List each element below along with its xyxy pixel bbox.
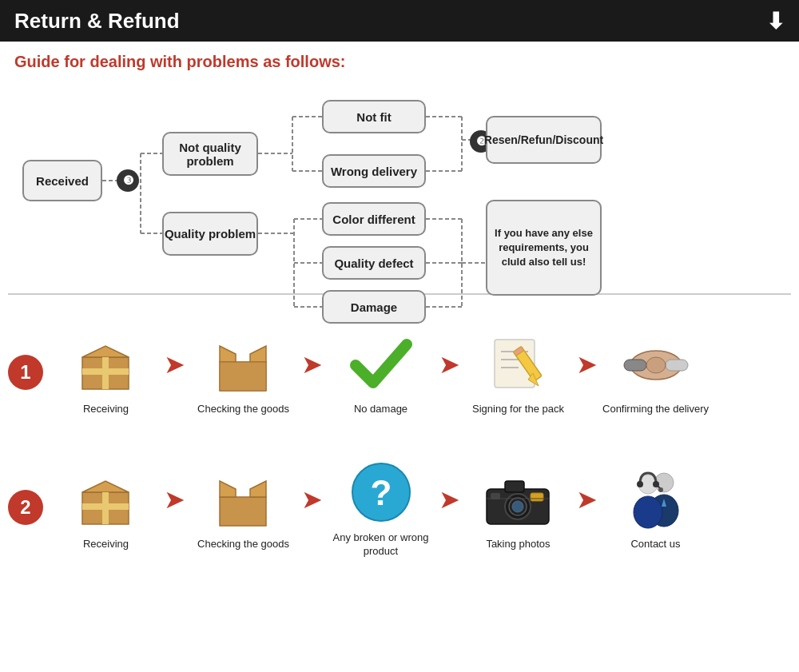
arrow-1: ➤ xyxy=(164,349,185,380)
step-2-label-broken: Any broken or wrong product xyxy=(323,531,439,559)
arrow-2: ➤ xyxy=(301,349,323,380)
arrow-3: ➤ xyxy=(439,349,460,380)
svg-rect-44 xyxy=(102,492,109,524)
step-1-item-receiving: Receiving xyxy=(48,328,164,416)
step-2-label-contact: Contact us xyxy=(630,538,680,551)
step-2-row: 2 Receiving ➤ xyxy=(8,441,791,573)
question-icon: ? xyxy=(341,456,421,528)
box-if-you-have: If you have any else requirements, you c… xyxy=(486,200,602,296)
arrow-7: ➤ xyxy=(439,484,460,515)
flowchart: ❸ ❷ Received Not quality problem Quality… xyxy=(14,84,781,288)
arrow-8: ➤ xyxy=(576,484,598,515)
arrow-4: ➤ xyxy=(576,349,598,380)
open-box-icon-2 xyxy=(204,463,284,535)
svg-marker-46 xyxy=(220,481,236,497)
box-not-quality: Not quality problem xyxy=(162,132,258,176)
main-container: Return & Refund ⬇ Guide for dealing with… xyxy=(0,0,799,672)
step-1-label-receiving: Receiving xyxy=(83,403,129,416)
step-1-item-signing: Signing for the pack xyxy=(460,328,576,416)
box-not-fit: Not fit xyxy=(322,100,426,133)
svg-point-62 xyxy=(637,481,643,487)
svg-marker-47 xyxy=(250,481,266,497)
box-damage: Damage xyxy=(322,290,426,324)
step-1-label-nodamage: No damage xyxy=(354,403,407,416)
step-1-label-confirming: Confirming the delivery xyxy=(602,403,709,416)
svg-marker-42 xyxy=(82,481,129,492)
step-2-item-broken: ? Any broken or wrong product xyxy=(323,456,439,559)
arrow-6: ➤ xyxy=(301,484,323,515)
step-2-item-contact: Contact us xyxy=(598,463,714,551)
step-2-label-receiving: Receiving xyxy=(83,538,129,551)
camera-icon xyxy=(479,463,559,535)
svg-point-40 xyxy=(646,357,666,373)
header: Return & Refund ⬇ xyxy=(0,0,799,42)
svg-point-54 xyxy=(512,501,523,512)
header-title: Return & Refund xyxy=(14,9,180,34)
box-quality: Quality problem xyxy=(162,212,258,256)
step-1-label-signing: Signing for the pack xyxy=(472,403,564,416)
svg-rect-45 xyxy=(220,497,266,526)
closed-box-icon-2 xyxy=(66,463,146,535)
box-color-diff: Color different xyxy=(322,202,426,236)
closed-box-icon xyxy=(66,328,146,400)
arrow-5: ➤ xyxy=(164,484,185,515)
step-1-number: 1 xyxy=(8,355,43,390)
svg-rect-51 xyxy=(505,481,524,492)
svg-marker-27 xyxy=(220,346,236,362)
step-1-label-checking: Checking the goods xyxy=(197,403,289,416)
checkmark-icon xyxy=(341,328,421,400)
contact-icon xyxy=(616,463,696,535)
box-quality-defect: Quality defect xyxy=(322,246,426,280)
step-2-label-checking: Checking the goods xyxy=(197,538,289,551)
handshake-icon xyxy=(616,328,696,400)
svg-rect-25 xyxy=(102,357,109,389)
circle-badge-3: ❸ xyxy=(117,169,139,192)
guide-subtitle: Guide for dealing with problems as follo… xyxy=(0,42,799,78)
svg-rect-55 xyxy=(531,493,543,501)
header-arrow: ⬇ xyxy=(766,8,785,34)
box-received: Received xyxy=(22,160,102,201)
step-1-item-checking: Checking the goods xyxy=(185,328,301,416)
svg-marker-28 xyxy=(250,346,266,362)
svg-point-65 xyxy=(658,487,663,492)
step-1-item-nodamage: No damage xyxy=(323,328,439,416)
svg-point-61 xyxy=(634,496,662,528)
svg-marker-29 xyxy=(220,362,266,391)
step-1-row: 1 Receiving xyxy=(8,306,791,438)
box-wrong-delivery: Wrong delivery xyxy=(322,154,426,188)
svg-rect-39 xyxy=(666,360,688,371)
svg-rect-38 xyxy=(624,360,646,371)
step-2-item-receiving: Receiving xyxy=(48,463,164,551)
signing-icon xyxy=(479,328,559,400)
steps-section: 1 Receiving xyxy=(0,300,799,573)
flowchart-section: ❸ ❷ Received Not quality problem Quality… xyxy=(0,78,799,293)
step-2-number: 2 xyxy=(8,490,43,525)
step-2-label-photos: Taking photos xyxy=(486,538,550,551)
svg-text:?: ? xyxy=(370,473,392,512)
step-2-item-checking: Checking the goods xyxy=(185,463,301,551)
box-resen: Resen/Refun/Discount xyxy=(486,116,602,164)
step-2-item-photos: Taking photos xyxy=(460,463,576,551)
svg-marker-23 xyxy=(82,346,129,357)
open-box-icon-1 xyxy=(204,328,284,400)
step-1-item-confirming: Confirming the delivery xyxy=(598,328,714,416)
